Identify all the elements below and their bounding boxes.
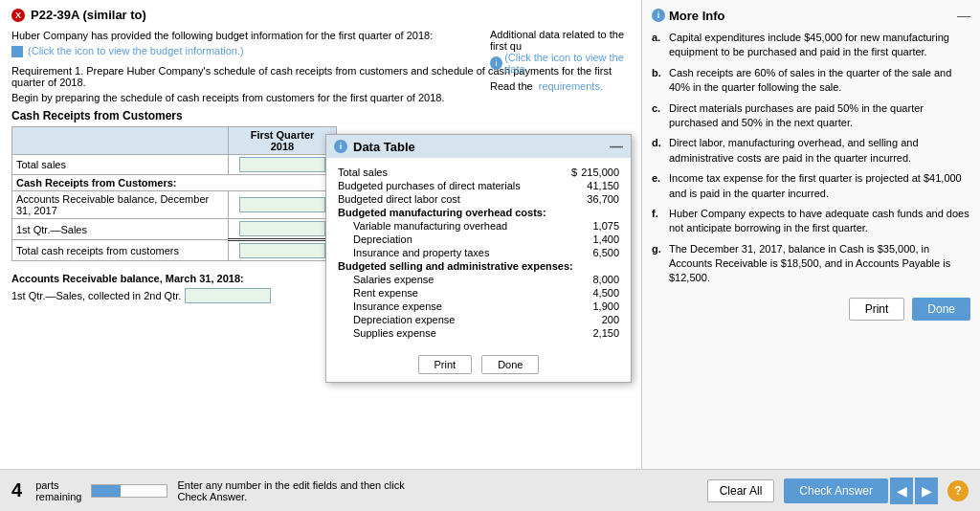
data-table-modal: i Data Table — Total sales $ 215,000 Bud… <box>325 134 632 383</box>
more-info-title: i More Info <box>652 9 725 23</box>
modal-row-rent: Rent expense 4,500 <box>338 286 619 300</box>
modal-row-depreciation: Depreciation 1,400 <box>338 233 619 246</box>
info-icon[interactable]: i <box>490 56 502 70</box>
rent-value: 4,500 <box>592 287 619 299</box>
sales-1st-cell <box>229 219 337 240</box>
cash-receipts-table: First Quarter 2018 Total sales Cash Rece… <box>11 126 337 261</box>
insurance-exp-label: Insurance expense <box>353 300 442 312</box>
parts-info: parts remaining <box>35 479 81 502</box>
company-text: Huber Company has provided the following… <box>11 30 433 41</box>
ar-dec-input[interactable] <box>239 197 325 212</box>
modal-row-variable-overhead: Variable manufacturing overhead 1,075 <box>338 219 619 233</box>
total-sales-modal-value: 215,000 <box>581 167 619 178</box>
item-g-letter: g. <box>652 242 663 286</box>
table-row: Total cash receipts from customers <box>12 240 337 261</box>
variable-overhead-value: 1,075 <box>592 220 619 232</box>
prev-button[interactable]: ◀ <box>890 478 913 504</box>
grid-icon[interactable] <box>11 46 23 57</box>
supplies-value: 2,150 <box>592 327 619 339</box>
requirements-link[interactable]: requirements. <box>539 80 603 92</box>
variable-overhead-label: Variable manufacturing overhead <box>353 220 507 232</box>
modal-row-direct-labor: Budgeted direct labor cost 36,700 <box>338 192 619 206</box>
item-g-text: The December 31, 2017, balance in Cash i… <box>669 242 970 286</box>
ar-dec-label: Accounts Receivable balance, December 31… <box>12 191 229 219</box>
total-sales-input[interactable] <box>239 157 325 172</box>
ar-march-label: 1st Qtr.—Sales, collected in 2nd Qtr. <box>11 290 181 301</box>
direct-labor-value: 36,700 <box>587 193 619 205</box>
item-b-text: Cash receipts are 60% of sales in the qu… <box>669 66 970 96</box>
check-nav-group: Check Answer ◀ ▶ <box>784 478 938 504</box>
depreciation-exp-label: Depreciation expense <box>353 314 455 325</box>
more-info-done-button[interactable]: Done <box>912 298 970 321</box>
page-title: P22-39A (similar to) <box>31 8 146 22</box>
overhead-title-label: Budgeted manufacturing overhead costs: <box>338 207 546 218</box>
ar-march-input[interactable] <box>185 288 271 303</box>
bottom-bar: 4 parts remaining Enter any number in th… <box>0 469 980 511</box>
modal-row-supplies: Supplies expense 2,150 <box>338 326 619 340</box>
total-cash-receipts-input[interactable] <box>239 243 325 258</box>
ar-dec-cell <box>229 191 337 219</box>
depreciation-label: Depreciation <box>353 233 412 245</box>
total-sales-label: Total sales <box>12 155 229 175</box>
selling-title-label: Budgeted selling and administrative expe… <box>338 260 573 272</box>
cash-receipts-header: Cash Receipts from Customers: <box>12 175 337 191</box>
table-header-label <box>12 127 229 155</box>
insurance-exp-value: 1,900 <box>592 300 619 312</box>
modal-done-button[interactable]: Done <box>481 355 539 374</box>
modal-close-button[interactable]: — <box>610 139 623 154</box>
item-b-letter: b. <box>652 66 663 96</box>
additional-link[interactable]: (Click the icon to view the data. <box>504 52 641 75</box>
modal-body: Total sales $ 215,000 Budgeted purchases… <box>326 158 631 347</box>
modal-row-overhead-title: Budgeted manufacturing overhead costs: <box>338 206 619 219</box>
total-sales-row: Total sales $ 215,000 <box>338 166 619 179</box>
item-c-letter: c. <box>652 101 663 131</box>
modal-print-button[interactable]: Print <box>418 355 473 374</box>
more-info-print-button[interactable]: Print <box>849 298 905 321</box>
clear-all-button[interactable]: Clear All <box>707 479 775 502</box>
minimize-button[interactable]: — <box>957 8 970 23</box>
additional-icon-row: i (Click the icon to view the data. <box>490 52 641 75</box>
modal-title-row: i Data Table <box>334 140 415 154</box>
modal-footer: Print Done <box>326 347 631 382</box>
modal-row-insurance: Insurance and property taxes 6,500 <box>338 246 619 259</box>
item-f-letter: f. <box>652 207 663 236</box>
more-info-icon: i <box>652 9 665 22</box>
insurance-value: 6,500 <box>592 247 619 258</box>
more-info-item-e: e. Income tax expense for the first quar… <box>652 171 970 201</box>
remaining-label: remaining <box>35 491 81 502</box>
more-info-item-c: c. Direct materials purchases are paid 5… <box>652 101 970 131</box>
more-info-header: i More Info — <box>652 8 970 23</box>
enter-instructions: Enter any number in the edit fields and … <box>177 479 433 502</box>
insurance-label: Insurance and property taxes <box>353 247 489 258</box>
modal-row-depreciation-exp: Depreciation expense 200 <box>338 313 619 326</box>
depreciation-value: 1,400 <box>592 233 619 245</box>
close-icon: X <box>15 11 21 20</box>
total-cash-receipts-label: Total cash receipts from customers <box>12 240 229 261</box>
progress-bar <box>91 484 167 498</box>
additional-data-box: Additional data related to the first qu … <box>490 29 641 92</box>
read-text: Read the <box>490 80 533 92</box>
help-button[interactable]: ? <box>947 480 969 501</box>
sales-1st-label: 1st Qtr.—Sales <box>12 219 229 240</box>
modal-header: i Data Table — <box>326 135 631 158</box>
more-info-item-a: a. Capital expenditures include $45,000 … <box>652 31 970 60</box>
close-button[interactable]: X <box>11 9 25 22</box>
begin-text: Begin by preparing the schedule of cash … <box>11 92 630 103</box>
budget-link[interactable]: (Click the icon to view the budget infor… <box>28 45 244 56</box>
table-row: Cash Receipts from Customers: <box>12 175 337 191</box>
sales-1st-input[interactable] <box>239 221 325 236</box>
check-answer-button[interactable]: Check Answer <box>784 478 888 503</box>
next-button[interactable]: ▶ <box>915 478 938 504</box>
total-cash-receipts-cell <box>229 240 337 261</box>
item-a-letter: a. <box>652 31 663 60</box>
salaries-value: 8,000 <box>592 274 619 285</box>
item-e-text: Income tax expense for the first quarter… <box>669 171 970 201</box>
total-sales-cell <box>229 155 337 175</box>
progress-bar-fill <box>92 485 121 497</box>
more-info-item-d: d. Direct labor, manufacturing overhead,… <box>652 136 970 166</box>
title-bar: X P22-39A (similar to) <box>11 8 630 22</box>
item-d-letter: d. <box>652 136 663 166</box>
depreciation-exp-value: 200 <box>602 314 619 325</box>
direct-labor-label: Budgeted direct labor cost <box>338 193 460 205</box>
rent-label: Rent expense <box>353 287 418 299</box>
